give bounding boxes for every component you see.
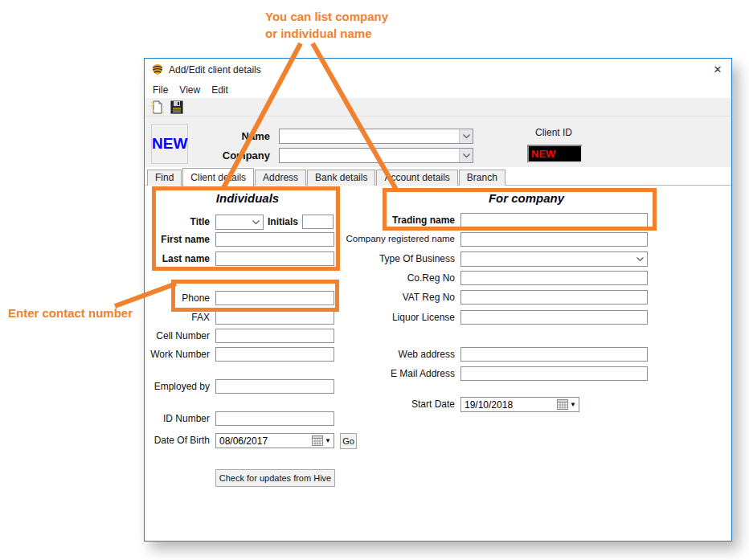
menu-edit[interactable]: Edit: [211, 84, 228, 96]
company-label: Company: [223, 149, 270, 161]
name-label: Name: [242, 130, 270, 142]
record-status-badge: NEW: [151, 124, 188, 164]
web-address-input[interactable]: [460, 347, 648, 362]
vat-reg-no-row: VAT Reg No: [145, 290, 731, 305]
calendar-icon[interactable]: [557, 399, 568, 410]
chevron-down-icon[interactable]: [633, 252, 647, 266]
start-date-label: Start Date: [411, 399, 455, 410]
type-of-business-row: Type Of Business: [145, 251, 731, 267]
co-reg-no-row: Co.Reg No: [145, 271, 731, 286]
cell-number-label: Cell Number: [156, 330, 210, 341]
client-id-value: NEW: [527, 145, 583, 163]
liquor-license-label: Liquor License: [392, 312, 455, 323]
annotation-top-note: You can list company or individual name: [265, 8, 388, 42]
id-number-row: ID Number: [145, 411, 731, 427]
menu-file[interactable]: File: [153, 84, 168, 96]
cell-number-row: Cell Number: [145, 329, 731, 344]
email-address-label: E Mail Address: [391, 368, 455, 379]
chevron-down-icon[interactable]: ▼: [325, 437, 331, 444]
for-company-heading: For company: [444, 191, 609, 205]
liquor-license-input[interactable]: [460, 310, 648, 325]
calendar-icon[interactable]: [312, 435, 323, 446]
chevron-down-icon[interactable]: ▼: [570, 401, 576, 408]
cell-number-input[interactable]: [215, 329, 334, 343]
email-address-input[interactable]: [460, 366, 648, 381]
trading-name-label: Trading name: [392, 215, 455, 226]
toolbar: [145, 98, 731, 116]
id-number-input[interactable]: [215, 411, 334, 426]
menu-view[interactable]: View: [179, 84, 200, 96]
check-updates-button[interactable]: Check for updates from Hive: [215, 469, 335, 487]
chevron-down-icon[interactable]: [459, 129, 473, 143]
header-panel: NEW Name Company Client ID NEW: [145, 116, 731, 167]
client-id-label: Client ID: [505, 127, 602, 138]
annotation-top-line1: You can list company: [265, 8, 388, 25]
date-of-birth-picker[interactable]: 08/06/2017 ▼: [215, 433, 334, 448]
individuals-heading: Individuals: [175, 191, 320, 205]
company-combobox[interactable]: [279, 148, 473, 163]
start-date-row: Start Date 19/10/2018 ▼: [145, 397, 731, 412]
annotation-top-line2: or individual name: [265, 25, 388, 42]
type-of-business-label: Type Of Business: [379, 253, 455, 264]
tab-branch[interactable]: Branch: [459, 170, 505, 186]
tab-client-details[interactable]: Client details: [182, 168, 254, 186]
menu-bar: File View Edit: [145, 81, 731, 98]
registered-name-label: Company registered name: [346, 234, 455, 243]
date-of-birth-value: 08/06/2017: [219, 435, 312, 447]
name-combobox[interactable]: [279, 129, 473, 144]
tab-bank-details[interactable]: Bank details: [307, 170, 375, 186]
close-button[interactable]: ✕: [706, 60, 730, 80]
app-hive-icon: [151, 63, 164, 76]
trading-name-row: Trading name: [145, 213, 731, 228]
start-date-picker[interactable]: 19/10/2018 ▼: [460, 397, 579, 412]
web-address-row: Web address: [145, 347, 731, 362]
save-icon[interactable]: [169, 100, 185, 115]
employed-by-label: Employed by: [154, 381, 210, 392]
title-bar[interactable]: Add/Edit client details ✕: [145, 59, 731, 81]
web-address-label: Web address: [399, 349, 455, 360]
start-date-value: 19/10/2018: [465, 399, 557, 411]
email-address-row: E Mail Address: [145, 366, 731, 382]
window-title: Add/Edit client details: [169, 64, 261, 76]
vat-reg-no-input[interactable]: [460, 290, 648, 305]
registered-name-row: Company registered name: [145, 232, 731, 247]
tab-find[interactable]: Find: [147, 170, 182, 186]
new-document-icon[interactable]: [149, 100, 166, 115]
tab-address[interactable]: Address: [255, 170, 306, 186]
annotation-left-note: Enter contact number: [8, 306, 133, 320]
window-add-edit-client: Add/Edit client details ✕ File View Edit…: [144, 58, 732, 542]
date-of-birth-label: Date Of Birth: [154, 435, 210, 446]
co-reg-no-label: Co.Reg No: [407, 272, 455, 284]
chevron-down-icon[interactable]: [459, 149, 473, 162]
id-number-label: ID Number: [163, 413, 210, 424]
trading-name-input[interactable]: [460, 213, 648, 227]
liquor-license-row: Liquor License: [145, 310, 731, 325]
type-of-business-combobox[interactable]: [460, 251, 648, 267]
tab-account-details[interactable]: Account details: [376, 170, 457, 186]
vat-reg-no-label: VAT Reg No: [403, 292, 455, 303]
tab-bar: Find Client details Address Bank details…: [147, 167, 506, 186]
go-button[interactable]: Go: [340, 433, 357, 449]
registered-name-input[interactable]: [460, 232, 648, 247]
date-of-birth-row: Date Of Birth 08/06/2017 ▼ Go: [145, 433, 731, 448]
co-reg-no-input[interactable]: [460, 271, 648, 285]
